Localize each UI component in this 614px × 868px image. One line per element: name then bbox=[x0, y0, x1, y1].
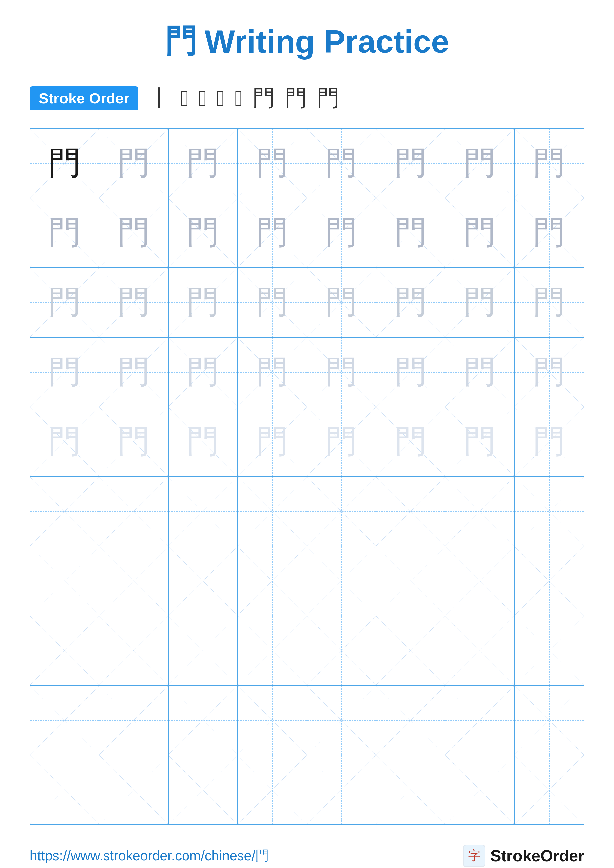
practice-char: 門 bbox=[118, 281, 150, 324]
grid-row bbox=[30, 755, 584, 824]
practice-char: 門 bbox=[325, 211, 358, 254]
grid-cell[interactable]: 門 bbox=[515, 268, 584, 337]
grid-cell[interactable]: 門 bbox=[30, 198, 99, 267]
grid-cell[interactable]: 門 bbox=[376, 407, 445, 476]
grid-cell[interactable] bbox=[445, 477, 515, 546]
stroke-step-5: 𠃎 bbox=[235, 85, 243, 111]
grid-cell[interactable]: 門 bbox=[238, 268, 307, 337]
grid-cell[interactable]: 門 bbox=[307, 407, 376, 476]
brand-char: 字 bbox=[468, 848, 480, 864]
practice-grid: 門 門 門 門 門 bbox=[30, 128, 584, 825]
grid-cell[interactable] bbox=[515, 755, 584, 824]
grid-cell[interactable]: 門 bbox=[238, 129, 307, 198]
grid-cell[interactable] bbox=[99, 616, 168, 685]
grid-cell[interactable]: 門 bbox=[99, 129, 168, 198]
grid-cell[interactable] bbox=[30, 686, 99, 755]
grid-cell[interactable] bbox=[238, 616, 307, 685]
grid-row: 門 門 門 門 門 bbox=[30, 338, 584, 407]
grid-cell[interactable] bbox=[515, 686, 584, 755]
footer-brand: 字 StrokeOrder bbox=[463, 845, 584, 867]
grid-cell[interactable] bbox=[307, 477, 376, 546]
grid-cell[interactable] bbox=[169, 546, 238, 615]
grid-cell[interactable]: 門 bbox=[515, 338, 584, 406]
grid-cell[interactable]: 門 bbox=[30, 338, 99, 406]
stroke-step-6: 門 bbox=[253, 83, 275, 113]
grid-cell[interactable]: 門 bbox=[169, 268, 238, 337]
footer-url: https://www.strokeorder.com/chinese/門 bbox=[30, 847, 269, 865]
grid-cell[interactable] bbox=[99, 546, 168, 615]
grid-cell[interactable] bbox=[169, 686, 238, 755]
grid-cell[interactable] bbox=[169, 755, 238, 824]
grid-cell[interactable] bbox=[515, 616, 584, 685]
grid-cell[interactable] bbox=[376, 686, 445, 755]
grid-cell[interactable] bbox=[376, 755, 445, 824]
grid-cell[interactable] bbox=[238, 755, 307, 824]
grid-cell[interactable] bbox=[515, 477, 584, 546]
grid-cell[interactable] bbox=[445, 755, 515, 824]
grid-cell[interactable]: 門 bbox=[30, 129, 99, 198]
grid-cell[interactable] bbox=[307, 686, 376, 755]
grid-cell[interactable] bbox=[376, 546, 445, 615]
stroke-order-row: Stroke Order 丨 𠃌 𠃌 𠃎 𠃎 門 門 門 bbox=[30, 83, 584, 113]
stroke-sequence: 丨 𠃌 𠃌 𠃎 𠃎 門 門 門 bbox=[148, 83, 340, 113]
grid-cell[interactable]: 門 bbox=[169, 407, 238, 476]
grid-cell[interactable]: 門 bbox=[376, 129, 445, 198]
grid-cell[interactable]: 門 bbox=[238, 198, 307, 267]
grid-cell[interactable]: 門 bbox=[238, 338, 307, 406]
grid-cell[interactable] bbox=[307, 616, 376, 685]
grid-cell[interactable]: 門 bbox=[307, 198, 376, 267]
grid-cell[interactable] bbox=[30, 755, 99, 824]
grid-cell[interactable] bbox=[30, 616, 99, 685]
grid-cell[interactable] bbox=[445, 546, 515, 615]
grid-cell[interactable] bbox=[376, 616, 445, 685]
grid-cell[interactable]: 門 bbox=[169, 129, 238, 198]
grid-cell[interactable]: 門 bbox=[99, 198, 168, 267]
grid-cell[interactable]: 門 bbox=[99, 407, 168, 476]
grid-cell[interactable] bbox=[99, 686, 168, 755]
practice-char: 門 bbox=[395, 281, 427, 324]
grid-cell[interactable]: 門 bbox=[445, 129, 515, 198]
grid-cell[interactable]: 門 bbox=[238, 407, 307, 476]
grid-cell[interactable] bbox=[515, 546, 584, 615]
grid-cell[interactable] bbox=[238, 546, 307, 615]
grid-cell[interactable]: 門 bbox=[307, 268, 376, 337]
grid-cell[interactable]: 門 bbox=[376, 268, 445, 337]
grid-cell[interactable] bbox=[169, 616, 238, 685]
practice-char: 門 bbox=[187, 420, 219, 463]
practice-char: 門 bbox=[533, 281, 565, 324]
stroke-step-2: 𠃌 bbox=[180, 85, 189, 111]
grid-cell[interactable]: 門 bbox=[376, 198, 445, 267]
grid-cell[interactable]: 門 bbox=[307, 129, 376, 198]
stroke-order-badge: Stroke Order bbox=[30, 86, 138, 110]
grid-cell[interactable]: 門 bbox=[445, 338, 515, 406]
grid-cell[interactable] bbox=[445, 686, 515, 755]
grid-cell[interactable]: 門 bbox=[30, 268, 99, 337]
grid-cell[interactable] bbox=[238, 477, 307, 546]
grid-cell[interactable] bbox=[169, 477, 238, 546]
grid-cell[interactable] bbox=[445, 616, 515, 685]
grid-cell[interactable] bbox=[30, 546, 99, 615]
grid-cell[interactable] bbox=[307, 546, 376, 615]
grid-cell[interactable]: 門 bbox=[515, 129, 584, 198]
grid-cell[interactable]: 門 bbox=[30, 407, 99, 476]
grid-cell[interactable] bbox=[99, 755, 168, 824]
grid-cell[interactable] bbox=[307, 755, 376, 824]
stroke-step-1: 丨 bbox=[148, 83, 171, 113]
grid-cell[interactable]: 門 bbox=[445, 198, 515, 267]
grid-cell[interactable]: 門 bbox=[445, 268, 515, 337]
grid-cell[interactable]: 門 bbox=[515, 407, 584, 476]
grid-cell[interactable]: 門 bbox=[515, 198, 584, 267]
grid-cell[interactable]: 門 bbox=[99, 338, 168, 406]
grid-cell[interactable] bbox=[376, 477, 445, 546]
grid-cell[interactable]: 門 bbox=[99, 268, 168, 337]
practice-char: 門 bbox=[48, 281, 81, 324]
grid-cell[interactable] bbox=[30, 477, 99, 546]
grid-cell[interactable] bbox=[238, 686, 307, 755]
grid-cell[interactable]: 門 bbox=[307, 338, 376, 406]
grid-cell[interactable]: 門 bbox=[169, 198, 238, 267]
grid-cell[interactable]: 門 bbox=[376, 338, 445, 406]
grid-cell[interactable]: 門 bbox=[169, 338, 238, 406]
practice-char: 門 bbox=[464, 141, 496, 185]
grid-cell[interactable]: 門 bbox=[445, 407, 515, 476]
grid-cell[interactable] bbox=[99, 477, 168, 546]
